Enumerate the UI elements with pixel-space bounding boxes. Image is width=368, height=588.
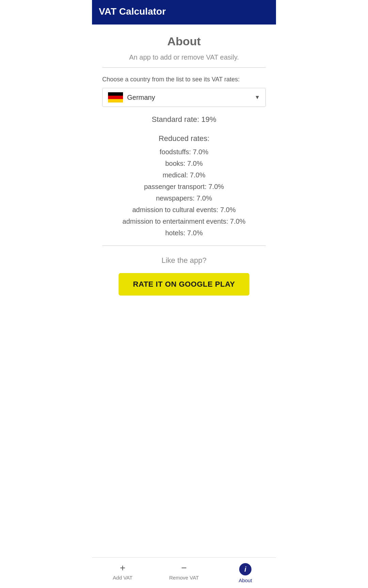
svg-rect-0 [108,92,123,96]
nav-item-about[interactable]: i About [215,558,276,588]
reduced-rate-passenger-transport: passenger transport: 7.0% [102,181,266,192]
reduced-rate-foodstuffs: foodstuffs: 7.0% [102,146,266,158]
page-subtitle: An app to add or remove VAT easily. [102,53,266,61]
nav-label-remove-vat: Remove VAT [169,575,199,581]
about-icon-circle: i [239,563,251,575]
nav-item-add-vat[interactable]: + Add VAT [92,558,153,588]
reduced-rate-medical: medical: 7.0% [102,169,266,181]
bottom-nav: + Add VAT − Remove VAT i About [92,557,276,588]
country-dropdown[interactable]: Germany ▼ [102,88,266,107]
svg-rect-1 [108,96,123,99]
page-title: About [102,35,266,48]
divider-bottom [102,245,266,246]
nav-item-remove-vat[interactable]: − Remove VAT [153,558,215,588]
reduced-rate-entertainment-events: admission to entertainment events: 7.0% [102,216,266,227]
main-content: About An app to add or remove VAT easily… [92,25,276,557]
add-vat-icon: + [120,563,125,573]
flag-germany-icon [108,92,123,102]
reduced-rate-newspapers: newspapers: 7.0% [102,192,266,204]
like-app-text: Like the app? [102,256,266,265]
app-title: VAT Calculator [99,6,166,17]
divider-top [102,67,266,68]
country-selector-left: Germany [108,92,155,102]
remove-vat-icon: − [181,563,187,573]
info-icon: i [244,566,246,573]
country-label: Choose a country from the list to see it… [102,76,266,83]
reduced-rate-cultural-events: admission to cultural events: 7.0% [102,204,266,216]
nav-label-about: About [239,577,252,583]
nav-label-add-vat: Add VAT [113,575,133,581]
chevron-down-icon: ▼ [255,94,260,100]
app-header: VAT Calculator [92,0,276,25]
country-name: Germany [127,94,155,101]
reduced-rates-title: Reduced rates: [102,132,266,145]
rate-google-play-button[interactable]: RATE IT ON GOOGLE PLAY [119,273,249,296]
standard-rate: Standard rate: 19% [102,115,266,124]
reduced-rates-block: Reduced rates: foodstuffs: 7.0% books: 7… [102,132,266,239]
reduced-rate-books: books: 7.0% [102,158,266,169]
svg-rect-2 [108,99,123,102]
reduced-rate-hotels: hotels: 7.0% [102,227,266,239]
